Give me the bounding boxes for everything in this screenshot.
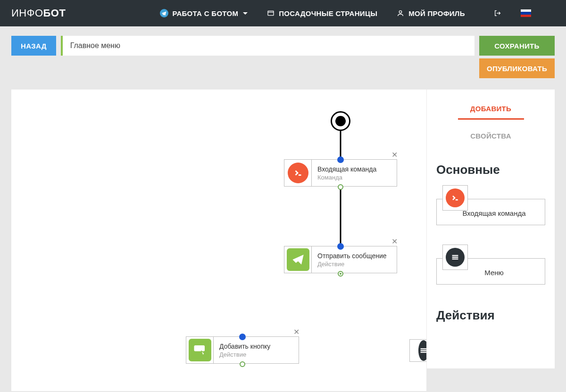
node-icon-wrap	[186, 337, 214, 363]
node-body: Входящая команда Команда	[312, 160, 397, 186]
close-icon[interactable]: ✕	[293, 327, 300, 336]
sub-toolbar: НАЗАД Главное меню СОХРАНИТЬ ОПУБЛИКОВАТ…	[0, 26, 566, 78]
flow-canvas[interactable]: ✕ Входящая команда Команда ✕ От	[11, 90, 426, 391]
scenario-title-input[interactable]: Главное меню	[61, 36, 474, 56]
palette-icon-wrap	[442, 185, 468, 211]
save-button[interactable]: СОХРАНИТЬ	[479, 36, 555, 56]
action-buttons: СОХРАНИТЬ ОПУБЛИКОВАТЬ	[479, 36, 555, 78]
port-in[interactable]	[337, 243, 344, 250]
telegram-icon	[160, 9, 168, 17]
svg-rect-8	[194, 345, 205, 351]
section-actions-title: Действия	[427, 303, 555, 330]
palette-icon-wrap	[442, 245, 468, 270]
node-partial-menu[interactable]	[409, 339, 426, 362]
node-incoming-command[interactable]: ✕ Входящая команда Команда	[284, 159, 397, 187]
nav-landing[interactable]: ПОСАДОЧНЫЕ СТРАНИЦЫ	[266, 9, 377, 17]
node-title: Добавить кнопку	[219, 343, 293, 350]
node-title: Входящая команда	[317, 165, 391, 173]
publish-button[interactable]: ОПУБЛИКОВАТЬ	[479, 58, 555, 78]
port-out[interactable]	[240, 361, 245, 367]
start-node[interactable]	[331, 111, 350, 131]
tab-add[interactable]: ДОБАВИТЬ	[458, 99, 524, 120]
port-in[interactable]	[239, 334, 246, 340]
nav: РАБОТА С БОТОМ ПОСАДОЧНЫЕ СТРАНИЦЫ МОЙ П…	[160, 9, 531, 17]
page-icon	[266, 9, 275, 17]
section-basic-title: Основные	[427, 146, 555, 185]
nav-profile-label: МОЙ ПРОФИЛЬ	[408, 9, 465, 17]
tab-properties[interactable]: СВОЙСТВА	[458, 126, 524, 146]
node-icon-wrap	[284, 246, 312, 273]
nav-landing-label: ПОСАДОЧНЫЕ СТРАНИЦЫ	[279, 9, 377, 17]
send-icon	[287, 248, 309, 271]
palette-menu[interactable]: Меню	[436, 258, 545, 285]
node-title: Отправить сообщение	[317, 252, 391, 260]
menu-icon	[418, 340, 427, 361]
node-send-message[interactable]: ✕ Отправить сообщение Действие	[284, 246, 397, 273]
node-icon-wrap	[284, 160, 312, 186]
port-out[interactable]	[338, 271, 343, 277]
top-header: ИНФОБОТ РАБОТА С БОТОМ ПОСАДОЧНЫЕ СТРАНИ…	[0, 0, 566, 26]
user-icon	[396, 9, 405, 17]
logo-text-2: БОТ	[43, 7, 66, 19]
nav-bot-label: РАБОТА С БОТОМ	[172, 9, 238, 17]
node-body: Отправить сообщение Действие	[312, 246, 397, 273]
logout-icon	[493, 9, 502, 17]
logo-text-1: ИНФО	[11, 7, 43, 19]
node-subtitle: Действие	[317, 261, 391, 268]
logo[interactable]: ИНФОБОТ	[11, 7, 66, 19]
button-click-icon	[189, 339, 211, 361]
terminal-icon	[446, 188, 465, 207]
language-switch[interactable]	[521, 9, 531, 17]
svg-rect-1	[268, 11, 274, 15]
port-in[interactable]	[337, 156, 344, 163]
node-subtitle: Команда	[317, 174, 391, 181]
port-out[interactable]	[338, 184, 343, 190]
side-panel: ДОБАВИТЬ СВОЙСТВА Основные Входящая кома…	[426, 90, 555, 368]
svg-point-3	[400, 11, 402, 13]
scenario-title-text: Главное меню	[70, 41, 120, 50]
back-button[interactable]: НАЗАД	[11, 36, 56, 56]
node-body: Добавить кнопку Действие	[214, 337, 299, 363]
node-subtitle: Действие	[219, 351, 293, 358]
close-icon[interactable]: ✕	[391, 150, 398, 159]
close-icon[interactable]: ✕	[391, 237, 398, 246]
terminal-icon	[288, 163, 308, 183]
palette-incoming-command[interactable]: Входящая команда	[436, 199, 545, 225]
nav-profile[interactable]: МОЙ ПРОФИЛЬ	[396, 9, 465, 17]
menu-icon	[446, 248, 465, 267]
nav-logout[interactable]	[493, 9, 502, 17]
flag-ru-icon	[521, 9, 531, 17]
node-add-button[interactable]: ✕ Добавить кнопку Действие	[186, 336, 299, 364]
chevron-down-icon	[243, 12, 248, 15]
workspace: ✕ Входящая команда Команда ✕ От	[0, 78, 566, 380]
side-tabs: ДОБАВИТЬ СВОЙСТВА	[427, 90, 555, 146]
nav-bot-dropdown[interactable]: РАБОТА С БОТОМ	[160, 9, 248, 17]
